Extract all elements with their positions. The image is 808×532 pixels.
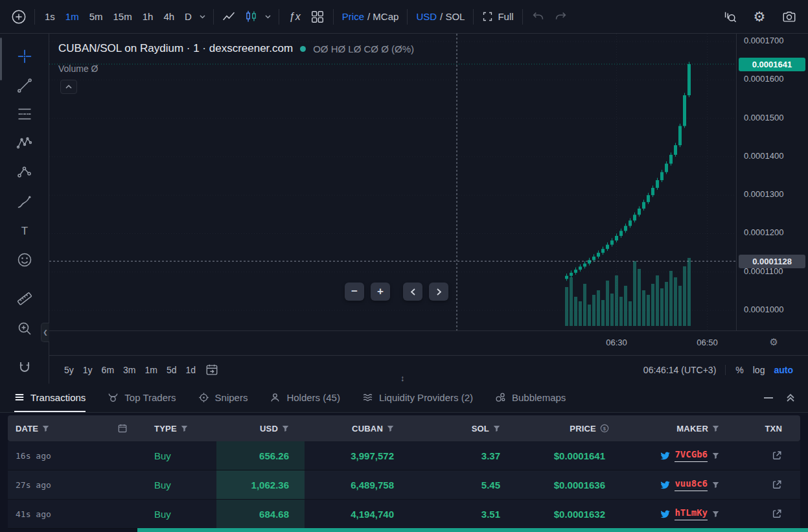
settings-button[interactable]: ⚙: [748, 6, 770, 28]
usd-sol-toggle[interactable]: USD / SOL: [412, 11, 468, 22]
header-maker[interactable]: MAKER: [625, 424, 735, 434]
calendar-icon[interactable]: [118, 424, 127, 433]
header-date[interactable]: DATE: [8, 424, 136, 434]
timeframe-1h[interactable]: 1h: [137, 7, 159, 26]
style-dropdown-button[interactable]: [262, 7, 274, 27]
zoom-out-button[interactable]: −: [345, 283, 364, 301]
twitter-icon[interactable]: [660, 480, 670, 490]
range-1d[interactable]: 1d: [181, 362, 201, 378]
table-header: DATE TYPE USD CUBAN SOL PRICE $ MAKER: [8, 415, 800, 441]
maker-row-filter-icon[interactable]: [712, 452, 719, 459]
scroll-left-button[interactable]: [403, 283, 422, 301]
timeframe-1m[interactable]: 1m: [60, 7, 84, 26]
maker-address-link[interactable]: hTLmKy: [675, 507, 708, 520]
magnet-tool-button[interactable]: [14, 357, 36, 379]
crosshair-tool-button[interactable]: [14, 45, 36, 67]
go-to-date-button[interactable]: [205, 364, 218, 376]
bull-icon: [108, 392, 119, 403]
price-currency-icon[interactable]: $: [600, 424, 609, 433]
price-axis[interactable]: 0.00017000.00016000.00015000.00014000.00…: [736, 34, 808, 330]
axis-settings-gear-icon[interactable]: ⚙: [770, 336, 778, 348]
txn-external-link-icon[interactable]: [772, 509, 782, 519]
txn-external-link-icon[interactable]: [772, 450, 782, 461]
layout-grid-button[interactable]: [306, 6, 329, 28]
range-6m[interactable]: 6m: [97, 362, 119, 378]
collapse-legend-button[interactable]: [60, 80, 77, 94]
tab-liquidity-providers[interactable]: Liquidity Providers (2): [362, 384, 473, 412]
header-sol[interactable]: SOL: [410, 424, 516, 434]
scroll-right-button[interactable]: [429, 283, 448, 301]
twitter-icon[interactable]: [660, 451, 670, 461]
trend-line-icon: [16, 77, 33, 94]
header-usd[interactable]: USD: [216, 424, 305, 434]
token-filter-icon[interactable]: [387, 425, 394, 432]
range-3m[interactable]: 3m: [119, 362, 140, 378]
pattern-tool-button[interactable]: [14, 132, 36, 154]
log-scale-button[interactable]: log: [748, 362, 770, 378]
redo-button[interactable]: [549, 6, 571, 28]
maker-filter-icon[interactable]: [712, 425, 719, 432]
toolbar-right-group: ⚙: [719, 6, 800, 28]
undo-button[interactable]: [527, 6, 549, 28]
ruler-tool-button[interactable]: [14, 288, 36, 310]
price-tick: 0.0001600: [744, 74, 783, 84]
range-1y[interactable]: 1y: [78, 362, 97, 378]
hide-toolbar-handle[interactable]: ❮: [41, 323, 49, 342]
header-token-amount[interactable]: CUBAN: [305, 424, 410, 434]
timeframe-4h[interactable]: 4h: [158, 7, 179, 26]
timeframe-1s[interactable]: 1s: [40, 7, 60, 26]
sol-filter-icon[interactable]: [493, 425, 500, 432]
text-tool-icon: T: [16, 222, 33, 239]
maker-row-filter-icon[interactable]: [712, 511, 719, 518]
timeframe-5m[interactable]: 5m: [84, 7, 108, 26]
tx-usd: 1,062.36: [216, 470, 305, 499]
add-symbol-button[interactable]: [8, 6, 30, 28]
tab-holders[interactable]: Holders (45): [270, 384, 340, 412]
fib-retracement-tool-button[interactable]: [14, 103, 36, 125]
trend-line-tool-button[interactable]: [14, 75, 36, 97]
timeframe-15m[interactable]: 15m: [108, 7, 137, 26]
range-5y[interactable]: 5y: [60, 362, 78, 378]
price-mcap-toggle[interactable]: Price / MCap: [338, 11, 403, 22]
tab-top-traders[interactable]: Top Traders: [108, 384, 176, 412]
emoji-tool-button[interactable]: [14, 249, 36, 271]
text-tool-button[interactable]: T: [14, 220, 36, 242]
indicators-button[interactable]: ƒx: [284, 11, 306, 23]
expand-panel-button[interactable]: [786, 393, 795, 402]
maker-row-filter-icon[interactable]: [712, 481, 719, 489]
tab-bubblemaps[interactable]: Bubblemaps: [495, 384, 566, 412]
auto-scale-button[interactable]: auto: [769, 362, 798, 378]
chart-area: CUBAN/SOL on Raydium · 1 · dexscreener.c…: [49, 34, 808, 384]
brush-tool-button[interactable]: [14, 191, 36, 213]
zoom-tool-button[interactable]: [14, 318, 36, 340]
line-style-button[interactable]: [218, 6, 240, 28]
date-filter-icon[interactable]: [42, 425, 49, 432]
range-5d[interactable]: 5d: [162, 362, 181, 378]
pair-status-dot: [300, 46, 306, 52]
percent-scale-button[interactable]: %: [731, 362, 748, 378]
header-type[interactable]: TYPE: [136, 424, 216, 434]
prediction-tool-button[interactable]: [14, 161, 36, 183]
maker-address-link[interactable]: vuu8c6: [675, 478, 708, 491]
timeframe-D[interactable]: D: [179, 7, 197, 26]
clock[interactable]: 06:46:14 (UTC+3): [643, 365, 716, 375]
tab-transactions[interactable]: Transactions: [14, 384, 86, 412]
txn-external-link-icon[interactable]: [772, 480, 782, 490]
zoom-in-button[interactable]: +: [371, 283, 390, 301]
minimize-panel-button[interactable]: [764, 397, 773, 399]
panel-resize-handle[interactable]: ↕: [400, 373, 405, 383]
usd-filter-icon[interactable]: [282, 425, 289, 432]
twitter-icon[interactable]: [660, 509, 670, 519]
price-chart[interactable]: [49, 34, 736, 330]
timeframe-dropdown-button[interactable]: [197, 7, 209, 27]
time-axis[interactable]: ⚙ 06:3006:50: [49, 330, 808, 355]
tab-snipers[interactable]: Snipers: [198, 384, 248, 412]
screenshot-button[interactable]: [778, 6, 800, 28]
fullscreen-button[interactable]: Full: [478, 11, 517, 22]
type-filter-icon[interactable]: [181, 425, 188, 432]
range-1m[interactable]: 1m: [141, 362, 162, 378]
header-price[interactable]: PRICE $: [516, 424, 625, 434]
maker-address-link[interactable]: 7VCGb6: [675, 449, 708, 462]
candle-style-button[interactable]: [240, 6, 262, 28]
chart-search-button[interactable]: [719, 6, 741, 28]
